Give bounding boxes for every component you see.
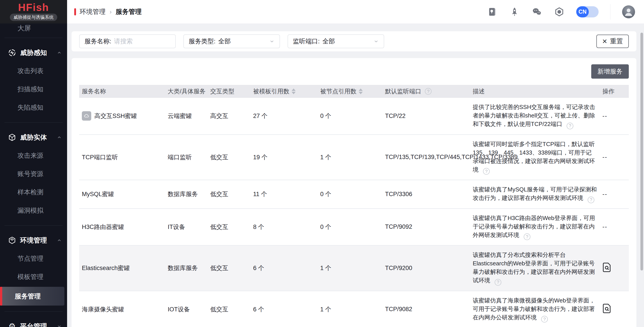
help-icon[interactable]: ? [524,233,530,240]
service-name: 高交互SSH蜜罐 [94,112,137,120]
interaction-type: 低交互 [208,134,250,180]
sort-toggle[interactable] [292,88,296,94]
brand-name: HFish [18,2,49,12]
sidebar-item-compromise-sense[interactable]: 失陷感知 [0,98,67,117]
listen-port-select[interactable]: 监听端口: 全部 [288,34,384,48]
service-desc: 该蜜罐仿真了海康微视摄像头的Web登录界面，可用于记录账号暴力破解和攻击行为，建… [473,297,595,321]
hexagon-shield-icon[interactable] [554,6,564,17]
interaction-type: 低交互 [208,180,250,209]
main-content: 服务名称: 服务类型: 全部 监听端口: 全部 ✕ 重置 新增服务 [67,23,644,327]
node-ref-count: 1 个 [318,134,382,180]
help-icon[interactable]: ? [567,123,573,129]
service-name-input[interactable] [114,38,166,45]
service-category: 端口监听 [165,134,208,180]
scrollbar-thumb[interactable] [640,33,643,271]
help-icon[interactable]: ? [425,88,432,95]
chevron-down-icon [374,39,379,44]
service-name: H3C路由器蜜罐 [79,208,165,246]
service-category: IT设备 [165,208,208,246]
preview-file-icon[interactable] [602,263,611,272]
sidebar-item-account-resource[interactable]: 账号资源 [0,165,67,183]
help-icon[interactable]: ? [541,316,548,323]
box-icon [8,236,16,245]
cube-icon [8,133,16,142]
hfish-app: HFish 威胁捕捉与诱骗系统 大屏 威胁感知 攻击列表 扫描感知 失陷感知 威 [0,0,644,327]
help-icon[interactable]: ? [483,168,490,175]
language-toggle[interactable]: CN [576,6,598,17]
sidebar-group-label: 威胁实体 [20,133,57,142]
service-desc: 该蜜罐仿真了MySQL服务端，可用于记录探测和攻击行为，建议部署在内外网研发测试… [473,186,597,201]
table-row: 高交互SSH蜜罐 云端蜜罐 高交互 27 个 0 个 TCP/22 提供了比较完… [79,98,629,134]
side-nav: 大屏 威胁感知 攻击列表 扫描感知 失陷感知 威胁实体 攻击来源 账 [0,20,67,327]
preview-file-icon[interactable] [602,304,611,313]
divider [4,38,62,38]
divider [4,311,62,312]
rocket-icon[interactable] [509,6,520,17]
service-desc: 该蜜罐可同时监听多个指定TCP端口，默认监听135、139、445、1433、3… [473,141,595,173]
sidebar-item-scan-sense[interactable]: 扫描感知 [0,80,67,98]
reset-label: 重置 [610,37,623,46]
chevron-up-icon [57,238,62,243]
divider [4,225,62,226]
sidebar-item-vuln-sim[interactable]: 漏洞模拟 [0,201,67,220]
service-desc: 该蜜罐仿真了H3C路由器的Web登录界面，可用于记录账号暴力破解和攻击行为，建议… [473,215,595,238]
sidebar-group-label: 平台管理 [20,322,57,327]
sidebar-group-label: 环境管理 [20,236,57,245]
service-name: MySQL蜜罐 [79,180,165,209]
sidebar-group-env-mgmt[interactable]: 环境管理 [0,231,67,249]
table-header-row: 服务名称 大类/具体服务 交互类型 被模板引用数 被节点引用数 默认监听端口? … [79,85,629,98]
service-name: TCP端口监听 [79,134,165,180]
service-category: 数据库服务 [165,246,208,291]
default-ports: TCP/135,TCP/139,TCP/445,TCP/1433,TCP/338… [382,134,470,180]
no-action-placeholder: -- [602,154,607,160]
sidebar-item-service-mgmt[interactable]: 服务管理 [0,287,64,306]
add-service-button[interactable]: 新增服务 [591,64,629,79]
sidebar-group-threat-entity[interactable]: 威胁实体 [0,128,67,146]
sidebar-item-attack-list[interactable]: 攻击列表 [0,62,67,80]
service-table: 服务名称 大类/具体服务 交互类型 被模板引用数 被节点引用数 默认监听端口? … [79,85,629,327]
service-category: IOT设备 [165,291,208,327]
wechat-icon[interactable] [532,6,542,17]
topbar-actions: CN [487,4,644,20]
template-ref-count: 27 个 [250,98,318,134]
table-row: 海康摄像头蜜罐 IOT设备 低交互 6 个 1 个 TCP/9082 该蜜罐仿真… [79,291,629,327]
sidebar-item-attack-source[interactable]: 攻击来源 [0,146,67,165]
close-icon: ✕ [602,38,607,45]
table-row: MySQL蜜罐 数据库服务 低交互 11 个 0 个 TCP/3306 该蜜罐仿… [79,180,629,209]
node-ref-count: 1 个 [318,291,382,327]
table-row: TCP端口监听 端口监听 低交互 19 个 1 个 TCP/135,TCP/13… [79,134,629,180]
sidebar-group-label: 威胁感知 [20,48,57,57]
sidebar-item-node-mgmt[interactable]: 节点管理 [0,249,67,268]
service-type-select[interactable]: 服务类型: 全部 [183,34,280,48]
sidebar-item-template-mgmt[interactable]: 模板管理 [0,268,67,286]
template-ref-count: 6 个 [250,246,318,291]
help-icon[interactable]: ? [588,197,594,203]
help-icon[interactable]: ? [495,279,501,286]
interaction-type: 低交互 [208,246,250,291]
sidebar-group-threat-sense[interactable]: 威胁感知 [0,44,67,62]
col-interaction: 交互类型 [208,85,250,98]
node-ref-count: 1 个 [318,246,382,291]
chevron-up-icon [57,50,62,55]
node-ref-count: 0 个 [318,180,382,209]
service-category: 数据库服务 [165,180,208,209]
avatar[interactable] [622,5,635,18]
reset-button[interactable]: ✕ 重置 [596,35,629,48]
service-type-value: 全部 [218,37,269,45]
breadcrumb-section[interactable]: 环境管理 [80,7,106,16]
service-name-filter[interactable]: 服务名称: [79,34,176,48]
sidebar-item-sample-detect[interactable]: 样本检测 [0,183,67,201]
guide-book-icon[interactable] [487,6,498,17]
template-ref-count: 19 个 [250,134,318,180]
sidebar-group-platform-mgmt[interactable]: ⚙ 平台管理 [0,318,67,327]
default-ports: TCP/9092 [382,208,470,246]
service-table-card: 新增服务 服务名称 大类/具体服务 交互类型 被模板引用数 被节点引用数 默认监… [72,58,636,327]
no-action-placeholder: -- [602,223,607,230]
service-category: 云端蜜罐 [165,98,208,134]
col-service-name: 服务名称 [79,85,165,98]
sort-toggle[interactable] [359,88,363,94]
no-action-placeholder: -- [602,191,607,197]
node-ref-count: 0 个 [318,208,382,246]
brand-tagline: 威胁捕捉与诱骗系统 [10,14,57,21]
sidebar-item-dashboard[interactable]: 大屏 [0,20,67,32]
